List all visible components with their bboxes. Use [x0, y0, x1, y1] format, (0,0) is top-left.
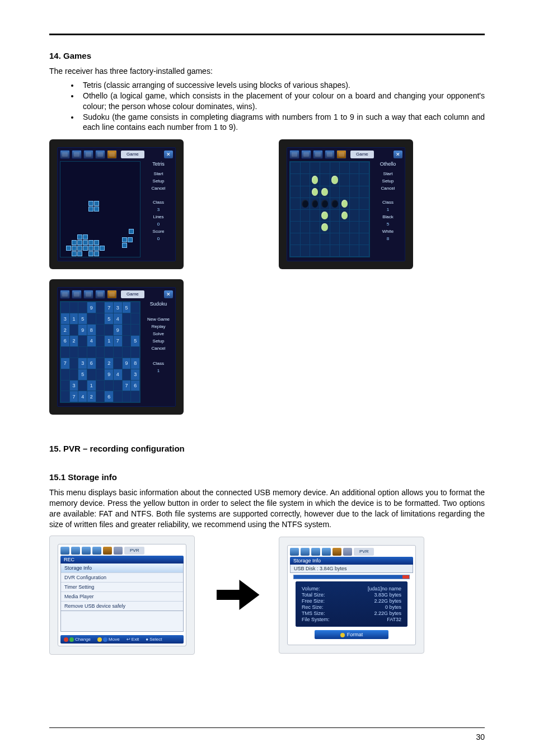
topbar-icon — [313, 150, 323, 159]
page: 14. Games The receiver has three factory… — [0, 0, 534, 756]
close-icon[interactable]: ✕ — [394, 151, 402, 158]
list-item: Othello (a logical game, which consists … — [79, 91, 485, 112]
list-item: Tetris (classic arranging of successive … — [79, 80, 485, 91]
topbar-icon — [92, 547, 101, 555]
arrow-right-icon — [212, 570, 262, 620]
storage-row: Volume:[uda1]no name — [302, 586, 401, 591]
games-intro: The receiver has three factory-installed… — [49, 66, 485, 77]
storage-row: TMS Size:2.22G bytes — [302, 611, 401, 616]
topbar-icon — [82, 547, 91, 555]
sudoku-sidebar: Sudoku New Game Replay Solve Setup Cance… — [144, 301, 173, 403]
othello-playfield — [289, 161, 370, 257]
topbar-icon — [83, 150, 93, 159]
storage-row: Total Size:3.83G bytes — [302, 592, 401, 598]
topbar-icon — [332, 548, 341, 556]
format-button[interactable]: Format — [315, 630, 388, 639]
storage-header: Storage Info — [290, 557, 413, 565]
storage-values: Volume:[uda1]no nameTotal Size:3.83G byt… — [296, 581, 407, 627]
storage-info-para: This menu displays basic information abo… — [49, 487, 485, 530]
pvr-header: REC — [60, 556, 184, 564]
pvr-footer: Change Move ↩ Exit ● Select — [60, 635, 184, 644]
close-icon[interactable]: ✕ — [164, 151, 173, 158]
topbar-icon — [83, 290, 93, 299]
topbar-icon — [60, 150, 70, 159]
topbar-icon — [290, 548, 299, 556]
heading-games: 14. Games — [49, 51, 485, 60]
topbar-icon — [95, 150, 105, 159]
topbar-icon — [114, 547, 123, 555]
window-title: PVR — [354, 548, 374, 556]
storage-info-screenshot: PVR Storage Info USB Disk : 3.84G bytes … — [279, 537, 424, 654]
topbar-icon — [72, 290, 82, 299]
pvr-menu-list: Storage InfoDVR ConfigurationTimer Setti… — [60, 564, 184, 611]
topbar-icon — [103, 547, 112, 555]
topbar-icon — [322, 548, 331, 556]
topbar-icon — [95, 290, 105, 299]
top-rule — [49, 34, 485, 35]
tetris-screenshot: Game ✕ Tetris Start Setup Cancel Class — [49, 139, 184, 269]
list-item: Sudoku (the game consists in completing … — [79, 112, 485, 133]
window-title: Game — [350, 151, 374, 158]
sudoku-playfield: 9735315542989624175736298594331767426 — [60, 301, 140, 403]
othello-screenshot: Game ✕ Othello Start Setup Cancel Class — [279, 139, 413, 269]
tetris-sidebar: Tetris Start Setup Cancel Class 3 Lines … — [144, 161, 173, 257]
usage-bar — [293, 575, 410, 579]
pvr-menu-item[interactable]: Timer Setting — [61, 583, 183, 592]
storage-subheader: USB Disk : 3.84G bytes — [290, 565, 413, 573]
close-icon[interactable]: ✕ — [164, 290, 173, 298]
window-title: Game — [121, 151, 144, 158]
storage-row: Rec Size:0 bytes — [302, 604, 401, 610]
pvr-menu-screenshot: PVR REC Storage InfoDVR ConfigurationTim… — [49, 536, 195, 655]
topbar-icon — [343, 548, 352, 556]
topbar-icon — [107, 150, 117, 159]
heading-storage-info: 15.1 Storage info — [49, 472, 485, 482]
topbar-icon — [71, 547, 80, 555]
topbar-icon — [336, 150, 346, 159]
storage-row: File System:FAT32 — [302, 617, 401, 622]
storage-row: Free Size:2.22G bytes — [302, 598, 401, 604]
topbar-icon — [60, 547, 69, 555]
pvr-menu-item[interactable]: Storage Info — [61, 564, 183, 573]
page-number: 30 — [476, 732, 485, 741]
topbar-icon — [72, 150, 82, 159]
game-screenshots: Game ✕ Tetris Start Setup Cancel Class — [49, 139, 485, 415]
pvr-screenshots: PVR REC Storage InfoDVR ConfigurationTim… — [49, 536, 485, 655]
window-title: PVR — [124, 547, 144, 555]
games-list: Tetris (classic arranging of successive … — [49, 80, 485, 133]
topbar-icon — [325, 150, 335, 159]
topbar-icon — [311, 548, 320, 556]
topbar-icon — [107, 290, 117, 299]
topbar-icon — [60, 290, 70, 299]
window-title: Game — [121, 290, 144, 298]
topbar-icon — [301, 150, 311, 159]
topbar-icon — [301, 548, 310, 556]
topbar-icon — [289, 150, 299, 159]
pvr-menu-item[interactable]: DVR Configuration — [61, 573, 183, 583]
pvr-menu-item[interactable]: Remove USB device safely — [61, 602, 183, 611]
othello-sidebar: Othello Start Setup Cancel Class 1 Black… — [373, 161, 402, 257]
pvr-menu-item[interactable]: Media Player — [61, 592, 183, 602]
heading-pvr: 15. PVR – recording configuration — [49, 444, 485, 453]
sudoku-screenshot: Game ✕ 973531554298962417573629859433176… — [49, 279, 184, 415]
tetris-playfield — [60, 161, 140, 257]
bottom-rule — [49, 727, 485, 728]
yellow-dot-icon — [340, 633, 345, 637]
